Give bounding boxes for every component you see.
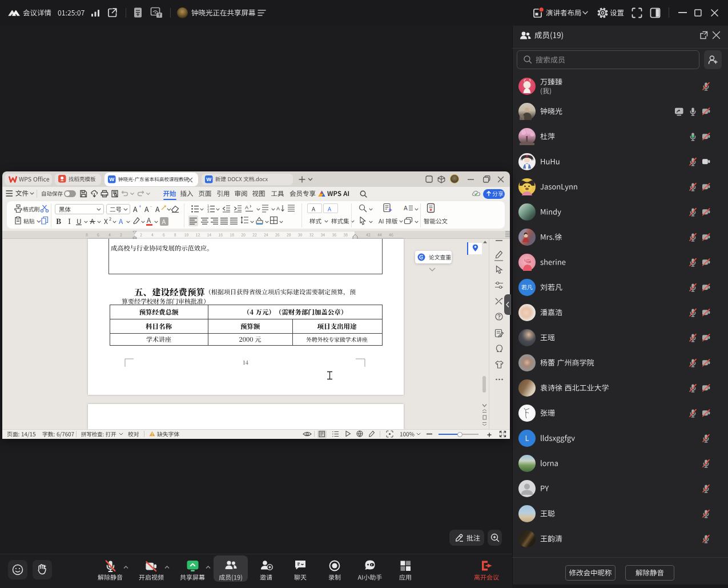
svg-text:A: A xyxy=(404,205,408,211)
svg-text:A: A xyxy=(245,205,248,210)
svg-text:A: A xyxy=(276,206,280,211)
svg-text:3.: 3. xyxy=(207,210,210,213)
svg-text:W: W xyxy=(206,176,211,182)
svg-text:T: T xyxy=(158,13,161,18)
svg-text:W: W xyxy=(109,176,114,182)
